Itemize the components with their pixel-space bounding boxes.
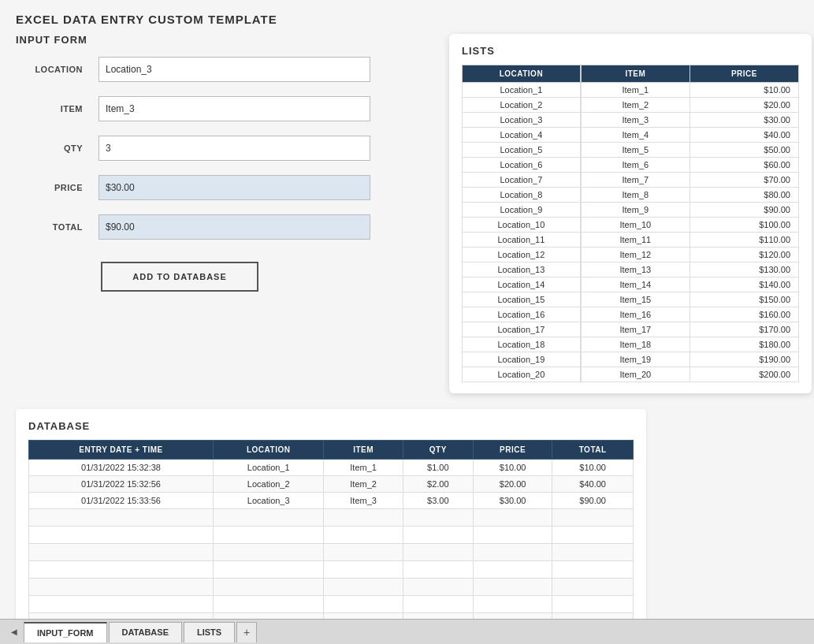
db-col-header: TOTAL (552, 441, 634, 460)
list-item[interactable]: Location_5 (463, 143, 581, 158)
lists-title: LISTS (462, 45, 799, 57)
list-item[interactable]: Location_3 (463, 113, 581, 128)
db-col-header: PRICE (473, 441, 552, 460)
qty-input[interactable] (98, 136, 370, 161)
location-row: LOCATION (16, 57, 426, 82)
list-item[interactable]: Location_20 (463, 367, 581, 382)
total-row: TOTAL (16, 214, 426, 240)
location-list-table: LOCATION Location_1Location_2Location_3L… (462, 65, 581, 382)
list-item[interactable]: Item_13$130.00 (581, 262, 798, 277)
db-col-header: ITEM (324, 441, 403, 460)
list-item[interactable]: Item_4$40.00 (581, 128, 798, 143)
page-title: EXCEL DATA ENTRY CUSTOM TEMPLATE (16, 13, 798, 26)
list-item[interactable]: Location_4 (463, 128, 581, 143)
database-table: ENTRY DATE + TIMELOCATIONITEMQTYPRICETOT… (28, 440, 634, 631)
item-label: ITEM (32, 104, 83, 114)
list-item[interactable]: Location_17 (463, 322, 581, 337)
tab-database[interactable]: DATABASE (109, 622, 182, 642)
database-section: DATABASE ENTRY DATE + TIMELOCATIONITEMQT… (16, 409, 646, 642)
list-item[interactable]: Item_6$60.00 (581, 158, 798, 173)
list-item[interactable]: Location_10 (463, 218, 581, 233)
item-col-header: ITEM (581, 65, 689, 83)
list-item[interactable]: Item_5$50.00 (581, 143, 798, 158)
db-col-header: LOCATION (213, 441, 323, 460)
table-row: 01/31/2022 15:32:56Location_2Item_2$2.00… (29, 476, 634, 493)
table-row (29, 579, 634, 596)
db-col-header: QTY (403, 441, 473, 460)
tab-scroll-left[interactable]: ◀ (6, 627, 22, 636)
bottom-bar: ◀ INPUT_FORMDATABASELISTS + (0, 619, 814, 644)
table-row (29, 596, 634, 613)
location-label: LOCATION (32, 65, 83, 74)
list-item[interactable]: Item_7$70.00 (581, 173, 798, 188)
list-item[interactable]: Item_18$180.00 (581, 337, 798, 352)
list-item[interactable]: Item_1$10.00 (581, 83, 798, 98)
price-label: PRICE (32, 183, 83, 192)
list-item[interactable]: Location_9 (463, 203, 581, 218)
list-item[interactable]: Item_17$170.00 (581, 322, 798, 337)
db-col-header: ENTRY DATE + TIME (29, 441, 214, 460)
lists-tables: LOCATION Location_1Location_2Location_3L… (462, 65, 799, 382)
list-item[interactable]: Item_14$140.00 (581, 277, 798, 292)
list-item[interactable]: Item_19$190.00 (581, 352, 798, 367)
location-col-header: LOCATION (463, 65, 581, 83)
list-item[interactable]: Item_2$20.00 (581, 98, 798, 113)
list-item[interactable]: Item_10$100.00 (581, 218, 798, 233)
location-input[interactable] (98, 57, 370, 82)
table-row: 01/31/2022 15:33:56Location_3Item_3$3.00… (29, 493, 634, 509)
list-item[interactable]: Location_12 (463, 248, 581, 262)
list-item[interactable]: Location_14 (463, 277, 581, 292)
add-to-database-button[interactable]: ADD TO DATABASE (101, 262, 258, 292)
list-item[interactable]: Location_2 (463, 98, 581, 113)
list-item[interactable]: Location_15 (463, 292, 581, 307)
table-row (29, 544, 634, 561)
input-form: INPUT FORM LOCATION ITEM QTY PRICE TOTAL (16, 34, 426, 393)
table-row (29, 527, 634, 544)
lists-panel: LISTS LOCATION Location_1Location_2Locat… (449, 34, 812, 393)
list-item[interactable]: Location_13 (463, 262, 581, 277)
list-item[interactable]: Item_16$160.00 (581, 307, 798, 322)
table-row: 01/31/2022 15:32:38Location_1Item_1$1.00… (29, 460, 634, 476)
list-item[interactable]: Item_3$30.00 (581, 113, 798, 128)
list-item[interactable]: Location_19 (463, 352, 581, 367)
list-item[interactable]: Location_16 (463, 307, 581, 322)
item-input[interactable] (98, 96, 370, 121)
list-item[interactable]: Location_8 (463, 188, 581, 203)
list-item[interactable]: Item_8$80.00 (581, 188, 798, 203)
table-row (29, 561, 634, 579)
list-item[interactable]: Location_11 (463, 233, 581, 248)
list-item[interactable]: Item_15$150.00 (581, 292, 798, 307)
price-input (98, 175, 370, 200)
item-price-list-table: ITEM PRICE Item_1$10.00Item_2$20.00Item_… (581, 65, 799, 382)
price-row: PRICE (16, 175, 426, 200)
item-row: ITEM (16, 96, 426, 121)
list-item[interactable]: Location_18 (463, 337, 581, 352)
list-item[interactable]: Item_9$90.00 (581, 203, 798, 218)
list-item[interactable]: Item_11$110.00 (581, 233, 798, 248)
tab-lists[interactable]: LISTS (184, 622, 235, 642)
top-section: INPUT FORM LOCATION ITEM QTY PRICE TOTAL (16, 34, 798, 393)
table-row (29, 509, 634, 527)
tab-input-form[interactable]: INPUT_FORM (24, 622, 107, 642)
total-input (98, 214, 370, 240)
total-label: TOTAL (32, 222, 83, 232)
tab-add-button[interactable]: + (236, 622, 257, 642)
list-item[interactable]: Item_12$120.00 (581, 248, 798, 262)
database-title: DATABASE (28, 420, 634, 432)
list-item[interactable]: Location_7 (463, 173, 581, 188)
list-item[interactable]: Location_1 (463, 83, 581, 98)
list-item[interactable]: Item_20$200.00 (581, 367, 798, 382)
qty-label: QTY (32, 143, 83, 153)
main-area: EXCEL DATA ENTRY CUSTOM TEMPLATE INPUT F… (0, 0, 814, 644)
price-col-header: PRICE (689, 65, 798, 83)
input-form-title: INPUT FORM (16, 34, 426, 46)
qty-row: QTY (16, 136, 426, 161)
list-item[interactable]: Location_6 (463, 158, 581, 173)
